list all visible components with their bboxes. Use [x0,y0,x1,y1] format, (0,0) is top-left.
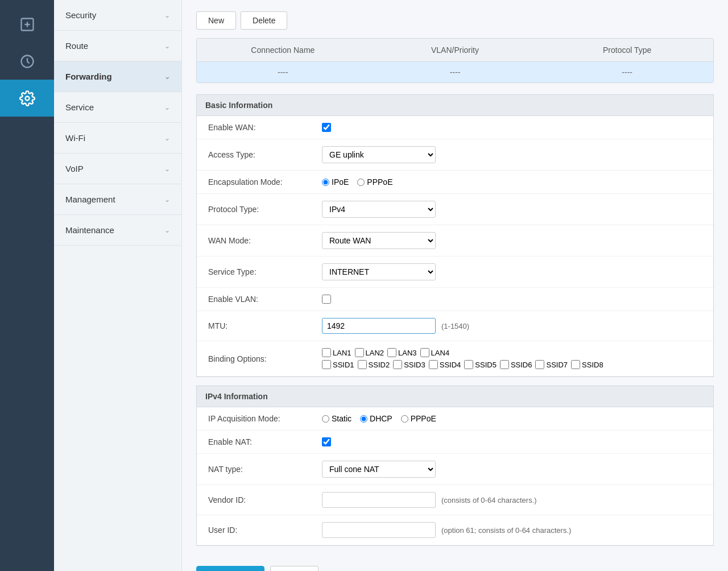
ip-mode-pppoe-radio[interactable] [401,415,408,423]
sidebar-icon-settings[interactable] [0,80,54,117]
enable-nat-checkbox[interactable] [322,437,331,446]
binding-ssid-group: SSID1 SSID2 SSID3 SSID4 SSID5 SSID6 SSID… [322,360,603,369]
chevron-down-icon: ⌄ [164,196,170,204]
mtu-input[interactable] [322,318,436,334]
lan4-checkbox[interactable] [420,348,429,357]
ssid3-label[interactable]: SSID3 [393,360,425,369]
col-protocol-type: Protocol Type [541,39,713,61]
ssid7-label[interactable]: SSID7 [535,360,568,369]
connection-table: Connection Name VLAN/Priority Protocol T… [196,38,714,83]
lan3-label[interactable]: LAN3 [387,348,417,357]
enable-wan-checkbox[interactable] [322,123,331,132]
mtu-label: MTU: [208,321,322,330]
cell-connection-name: ---- [197,62,369,82]
ssid2-checkbox[interactable] [358,360,367,369]
ip-mode-static-label[interactable]: Static [322,414,351,423]
ssid6-checkbox[interactable] [500,360,509,369]
chevron-down-icon: ⌄ [164,42,170,50]
protocol-type-select[interactable]: IPv4 IPv6 IPv4/IPv6 [322,201,436,218]
lan3-checkbox[interactable] [387,348,396,357]
wan-mode-row: WAN Mode: Route WAN Bridge WAN [197,225,713,256]
ssid6-label[interactable]: SSID6 [500,360,532,369]
vendor-id-input[interactable] [322,492,436,508]
ssid8-label[interactable]: SSID8 [571,360,603,369]
service-type-row: Service Type: INTERNET TR069 VOIP OTHER [197,256,713,288]
nav-item-service[interactable]: Service ⌄ [54,92,181,123]
wan-mode-select[interactable]: Route WAN Bridge WAN [322,232,436,249]
ipv4-info-header: IPv4 Information [196,386,714,407]
nav-item-route[interactable]: Route ⌄ [54,31,181,61]
chevron-down-icon: ⌄ [164,134,170,142]
protocol-type-row: Protocol Type: IPv4 IPv6 IPv4/IPv6 [197,194,713,225]
cell-vlan-priority: ---- [369,62,541,82]
user-id-control: (option 61; consists of 0-64 characters.… [322,522,702,538]
chevron-down-icon: ⌄ [164,226,170,234]
encapsulation-pppoe-radio[interactable] [357,179,365,186]
ssid3-checkbox[interactable] [393,360,402,369]
nav-item-management[interactable]: Management ⌄ [54,184,181,215]
cancel-button[interactable]: Cancel [270,566,319,571]
user-id-row: User ID: (option 61; consists of 0-64 ch… [197,515,713,545]
binding-row: Binding Options: LAN1 LAN2 LAN3 LAN4 SSI… [197,341,713,376]
enable-vlan-row: Enable VLAN: [197,288,713,311]
mtu-row: MTU: (1-1540) [197,311,713,341]
vendor-id-hint: (consists of 0-64 characters.) [441,496,537,504]
ssid1-label[interactable]: SSID1 [322,360,354,369]
ipv4-info-section: IPv4 Information IP Acquisition Mode: St… [196,386,714,546]
ssid5-checkbox[interactable] [464,360,473,369]
lan2-checkbox[interactable] [355,348,364,357]
lan2-label[interactable]: LAN2 [355,348,384,357]
ssid5-label[interactable]: SSID5 [464,360,497,369]
ssid8-checkbox[interactable] [571,360,580,369]
chevron-down-icon: ⌄ [164,11,170,19]
encapsulation-ipoe-label[interactable]: IPoE [322,177,349,187]
nav-label-maintenance: Maintenance [65,225,114,235]
delete-button[interactable]: Delete [241,11,287,30]
new-button[interactable]: New [196,11,236,30]
nav-item-wifi[interactable]: Wi-Fi ⌄ [54,123,181,154]
ip-mode-pppoe-label[interactable]: PPPoE [401,414,436,423]
ssid2-label[interactable]: SSID2 [358,360,390,369]
ssid4-label[interactable]: SSID4 [429,360,461,369]
lan1-checkbox[interactable] [322,348,331,357]
enable-wan-row: Enable WAN: [197,116,713,139]
nav-item-maintenance[interactable]: Maintenance ⌄ [54,215,181,246]
enable-wan-control [322,123,702,132]
enable-vlan-checkbox[interactable] [322,295,331,304]
user-id-input[interactable] [322,522,436,538]
ssid4-checkbox[interactable] [429,360,438,369]
nav-item-security[interactable]: Security ⌄ [54,0,181,31]
service-type-select[interactable]: INTERNET TR069 VOIP OTHER [322,263,436,280]
ip-mode-static-radio[interactable] [322,415,329,423]
chevron-down-icon: ⌄ [164,165,170,173]
access-type-label: Access Type: [208,150,322,159]
wan-mode-control: Route WAN Bridge WAN [322,232,702,249]
encapsulation-label: Encapsulation Mode: [208,177,322,187]
vendor-id-row: Vendor ID: (consists of 0-64 characters.… [197,485,713,515]
protocol-type-label: Protocol Type: [208,205,322,214]
basic-info-header: Basic Information [196,94,714,115]
nav-label-route: Route [65,41,88,51]
ssid7-checkbox[interactable] [535,360,544,369]
encapsulation-radio-group: IPoE PPPoE [322,177,393,187]
nav-item-voip[interactable]: VoIP ⌄ [54,154,181,184]
nat-type-select[interactable]: Full cone NAT Restricted cone NAT Port r… [322,461,436,478]
enable-nat-control [322,437,702,446]
ssid1-checkbox[interactable] [322,360,331,369]
ip-mode-dhcp-label[interactable]: DHCP [360,414,392,423]
ip-mode-radio-group: Static DHCP PPPoE [322,414,436,423]
lan1-label[interactable]: LAN1 [322,348,351,357]
sidebar-icon-history[interactable] [0,43,54,80]
binding-label: Binding Options: [208,354,322,363]
cell-protocol-type: ---- [541,62,713,82]
sidebar-icon-add[interactable] [0,6,54,43]
access-type-select[interactable]: GE uplink GE downlink DSL uplink [322,146,436,163]
encapsulation-pppoe-label[interactable]: PPPoE [357,177,392,187]
nav-item-forwarding[interactable]: Forwarding ⌄ [54,61,181,92]
encapsulation-ipoe-radio[interactable] [322,179,329,186]
apply-button[interactable]: Apply [196,566,264,571]
ip-mode-row: IP Acquisition Mode: Static DHCP [197,407,713,431]
ip-mode-dhcp-radio[interactable] [360,415,367,423]
lan4-label[interactable]: LAN4 [420,348,450,357]
table-row[interactable]: ---- ---- ---- [197,62,713,82]
